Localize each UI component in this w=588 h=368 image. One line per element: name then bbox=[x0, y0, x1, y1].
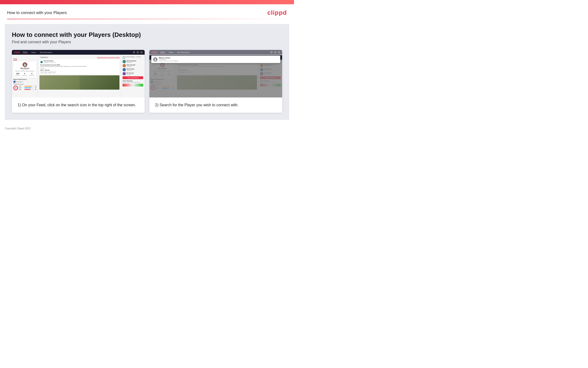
search-result-container: Marcus Turner 1.5 Handicap Cypress Point… bbox=[151, 56, 280, 63]
app-bar-row: APP 70 bbox=[19, 87, 36, 88]
nav-item-home-2: Home bbox=[160, 51, 166, 54]
mini-left-panel: Feed Blair McHarg Golf Coach Mill Ride G… bbox=[12, 55, 38, 97]
profile-card: Blair McHarg Golf Coach Mill Ride Golf C… bbox=[13, 61, 36, 78]
activity-user-avatar bbox=[40, 61, 43, 63]
player-info-2: Piers Parnell Activities: 4 bbox=[127, 64, 143, 67]
activity-user-row: Richard Butler Yesterday · The Grove bbox=[40, 60, 119, 64]
activity-tags: OTT APP ARG PUTT bbox=[40, 71, 119, 74]
ott-bar-row: OTT 79 bbox=[19, 85, 36, 87]
caption-2: 2) Search for the Player you wish to con… bbox=[149, 97, 282, 113]
top-bar bbox=[0, 0, 294, 4]
following-row: Following ▾ Control who can see your act… bbox=[39, 56, 119, 58]
score-row: 84 OTT 79 APP bbox=[13, 85, 36, 90]
team-dashboard-btn[interactable]: Team Dashboard bbox=[123, 76, 143, 79]
settings-icon[interactable] bbox=[140, 51, 143, 54]
heatmap-sub: Player Quality · 20 Round Trend bbox=[123, 82, 143, 83]
header-divider bbox=[7, 19, 287, 19]
player-avatar-1 bbox=[123, 60, 126, 63]
nav-icons-2 bbox=[270, 51, 280, 54]
player-avatar-4 bbox=[123, 72, 126, 75]
header: How to connect with your Players clippd bbox=[0, 4, 294, 19]
main-content: How to connect with your Players (Deskto… bbox=[5, 24, 289, 120]
search-overlay: 🔍 Marcus Turner CLEAR ✕ Marcus Turner bbox=[149, 55, 282, 97]
most-active-title: Most Active Players - Last 30 days bbox=[123, 56, 143, 59]
profile-icon[interactable] bbox=[137, 51, 139, 54]
player-performance-title: Player Performance bbox=[13, 79, 36, 80]
feed-tab: Feed bbox=[13, 58, 17, 60]
caption-1: 1) On your Feed, click on the search ico… bbox=[12, 97, 145, 113]
main-heading: How to connect with your Players (Deskto… bbox=[12, 31, 282, 38]
mini-app-body-1: Feed Blair McHarg Golf Coach Mill Ride G… bbox=[12, 55, 145, 97]
player-info-1: Richard Butler Activities: 7 bbox=[127, 60, 143, 63]
mini-right-panel: Most Active Players - Last 30 days Richa… bbox=[121, 55, 145, 97]
stat-following: 4 Following bbox=[29, 73, 34, 76]
mini-logo: clippd bbox=[14, 51, 20, 54]
search-icon[interactable] bbox=[133, 51, 135, 54]
search-result-item[interactable]: Marcus Turner 1.5 Handicap Cypress Point… bbox=[151, 56, 280, 63]
tag-putt: PUTT bbox=[52, 71, 56, 74]
following-badge[interactable]: Following ▾ bbox=[39, 56, 48, 58]
tag-arg: ARG bbox=[48, 71, 52, 74]
result-club: Cypress Point Club, United Kingdom bbox=[159, 60, 178, 62]
caption-text-2: 2) Search for the Player you wish to con… bbox=[155, 102, 276, 108]
mini-center-panel: Following ▾ Control who can see your act… bbox=[38, 55, 121, 97]
header-title: How to connect with your Players bbox=[7, 10, 67, 15]
ott-bar bbox=[25, 86, 34, 87]
player-avatar-3 bbox=[123, 68, 126, 71]
control-link[interactable]: Control who can see your activity and da… bbox=[97, 56, 119, 58]
mini-logo-2: clippd bbox=[151, 51, 158, 54]
player-info-3: Hiral Pujara Activities: 3 bbox=[127, 68, 143, 71]
activity-duration: Duration bbox=[40, 67, 119, 69]
player-entry-3: Hiral Pujara Activities: 3 bbox=[123, 68, 143, 71]
screenshots-row: clippd Home Teams My Performance Feed bbox=[12, 50, 282, 113]
user-club: Mill Ride Golf Club, United Kingdom bbox=[14, 70, 35, 72]
mini-nav-1: clippd Home Teams My Performance bbox=[12, 50, 145, 55]
stat-activities: 129 Activities bbox=[15, 73, 20, 76]
total-quality-label: Total Player Quality bbox=[13, 83, 36, 85]
player-perf-row: Eli Vincent ▾ bbox=[13, 81, 36, 83]
screenshot-1: clippd Home Teams My Performance Feed bbox=[12, 50, 145, 113]
player-entry-1: Richard Butler Activities: 7 bbox=[123, 60, 143, 63]
mini-nav-2: clippd Home Teams My Performance bbox=[149, 50, 282, 55]
mini-app-2: clippd Home Teams My Performance Feed bbox=[149, 50, 282, 97]
nav-item-performance-2: My Performance bbox=[176, 51, 191, 54]
nav-item-teams: Teams bbox=[30, 51, 37, 54]
duration-value: 02 hr : 00 min bbox=[40, 69, 119, 71]
quality-bars: OTT 79 APP bbox=[19, 85, 36, 90]
result-info: Marcus Turner 1.5 Handicap Cypress Point… bbox=[159, 57, 178, 62]
player-info-4: Eli Vincent Activities: 1 bbox=[127, 72, 143, 75]
main-subheading: Find and connect with your Players bbox=[12, 40, 282, 44]
svg-point-5 bbox=[154, 60, 156, 61]
nav-item-teams-2: Teams bbox=[168, 51, 175, 54]
activity-username: Richard Butler bbox=[44, 60, 56, 62]
player-entry-4: Eli Vincent Activities: 1 bbox=[123, 72, 143, 75]
player-dropdown[interactable]: Eli Vincent ▾ bbox=[16, 81, 23, 83]
user-stats: 129 Activities 3 Followers 4 Following bbox=[14, 73, 35, 76]
tag-ott: OTT bbox=[40, 71, 44, 74]
svg-point-1 bbox=[24, 65, 26, 66]
stat-followers: 3 Followers bbox=[22, 73, 27, 76]
screenshot-2: clippd Home Teams My Performance Feed bbox=[149, 50, 282, 113]
player-entry-2: Piers Parnell Activities: 4 bbox=[123, 64, 143, 67]
profile-icon-2[interactable] bbox=[274, 51, 276, 54]
quality-score: 84 bbox=[13, 86, 18, 90]
result-name: Marcus Turner bbox=[159, 57, 178, 59]
tag-app: APP bbox=[44, 71, 47, 74]
settings-icon-2[interactable] bbox=[278, 51, 280, 54]
logo: clippd bbox=[267, 9, 287, 16]
arg-bar bbox=[25, 89, 34, 90]
caption-text-1: 1) On your Feed, click on the search ico… bbox=[18, 102, 139, 108]
nav-icons bbox=[133, 51, 143, 54]
perf-player-avatar bbox=[13, 81, 16, 83]
activity-user-info: Richard Butler Yesterday · The Grove bbox=[44, 60, 56, 64]
activity-meta: Yesterday · The Grove bbox=[44, 62, 56, 63]
nav-item-performance: My Performance bbox=[39, 51, 53, 54]
result-avatar bbox=[153, 57, 158, 62]
activity-photo bbox=[39, 75, 119, 90]
player-avatar-2 bbox=[123, 64, 126, 67]
user-avatar bbox=[23, 62, 27, 67]
mini-app-1: clippd Home Teams My Performance Feed bbox=[12, 50, 145, 97]
svg-point-4 bbox=[155, 58, 156, 60]
app-bar bbox=[25, 87, 34, 88]
search-icon-2[interactable] bbox=[270, 51, 273, 54]
